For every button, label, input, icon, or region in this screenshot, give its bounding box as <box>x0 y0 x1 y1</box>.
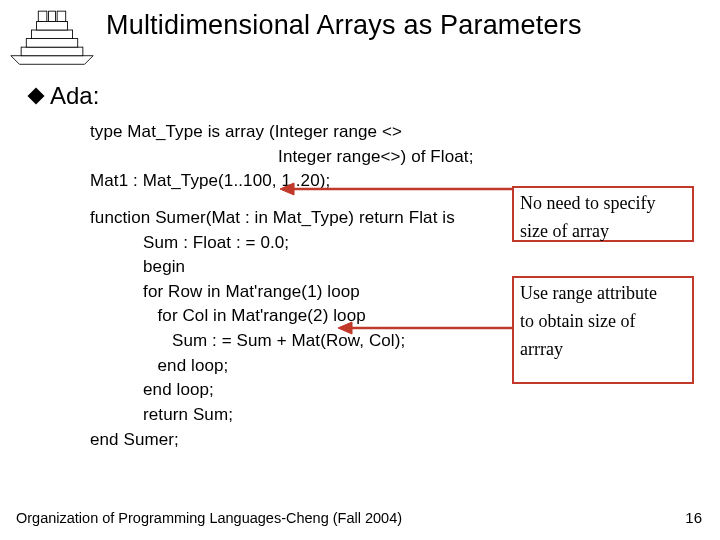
page-number: 16 <box>685 509 702 526</box>
svg-rect-5 <box>38 11 47 21</box>
callout-text: No need to specify <box>520 190 686 218</box>
svg-rect-7 <box>57 11 66 21</box>
svg-rect-2 <box>26 39 77 48</box>
arrow-icon <box>280 179 512 199</box>
slide-header: Multidimensional Arrays as Parameters <box>0 0 720 66</box>
code-line: end Sumer; <box>90 428 700 453</box>
svg-rect-4 <box>37 21 68 30</box>
code-line: type Mat_Type is array (Integer range <> <box>90 120 700 145</box>
callout-box-2: Use range attribute to obtain size of ar… <box>512 276 694 384</box>
slide-title: Multidimensional Arrays as Parameters <box>106 6 582 41</box>
arrow-icon <box>338 318 512 338</box>
slide-body: Ada: type Mat_Type is array (Integer ran… <box>0 66 720 452</box>
svg-rect-6 <box>49 11 56 21</box>
stacked-levels-icon <box>8 6 96 66</box>
callout-text: arrray <box>520 336 686 364</box>
callout-box-1: No need to specify size of array <box>512 186 694 242</box>
bullet-item: Ada: <box>34 82 700 110</box>
callout-text: Use range attribute <box>520 280 686 308</box>
callout-text: to obtain size of <box>520 308 686 336</box>
svg-marker-9 <box>280 183 294 195</box>
code-line: return Sum; <box>90 403 700 428</box>
footer-text: Organization of Programming Languages-Ch… <box>16 510 402 526</box>
svg-marker-0 <box>11 56 93 65</box>
callout-text: size of array <box>520 218 686 246</box>
code-line: Integer range<>) of Float; <box>90 145 700 170</box>
diamond-bullet-icon <box>28 88 45 105</box>
bullet-text: Ada: <box>50 82 99 110</box>
svg-rect-1 <box>21 47 83 56</box>
svg-rect-3 <box>31 30 72 39</box>
svg-marker-11 <box>338 322 352 334</box>
